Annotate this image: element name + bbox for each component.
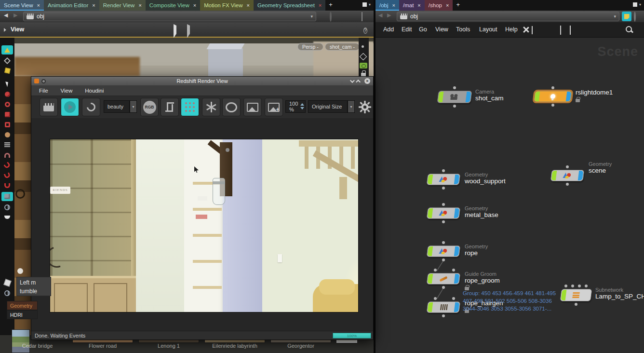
menu-add[interactable]: Add [383, 26, 394, 33]
node-output-dot[interactable] [551, 104, 554, 107]
snapshot-cube-icon[interactable] [341, 13, 349, 20]
display-flag[interactable] [551, 171, 557, 180]
shelf-box-icon[interactable] [612, 26, 620, 34]
image-note-icon[interactable] [604, 26, 612, 34]
render-flag[interactable] [578, 171, 583, 180]
add-snapshot-button[interactable]: + [265, 98, 283, 116]
menu-tools[interactable]: Tools [456, 26, 470, 33]
freeze-tessellation-button[interactable] [202, 98, 220, 116]
close-icon[interactable]: × [193, 2, 196, 8]
restart-render-button[interactable] [82, 98, 100, 116]
display-flag[interactable] [428, 302, 433, 312]
render-flag[interactable] [586, 290, 591, 300]
pose-tool-icon[interactable] [1, 120, 13, 129]
display-options-icon[interactable] [361, 54, 366, 59]
node-wood_support[interactable]: Geometry wood_support [427, 174, 523, 193]
back-button[interactable]: ◀ [4, 12, 8, 18]
display-flag[interactable] [428, 274, 433, 284]
node-input-dot[interactable] [564, 285, 567, 287]
tab-render-view[interactable]: Render View × [99, 0, 146, 11]
channel-display-button[interactable]: RGB [140, 98, 159, 116]
bucket-render-button[interactable] [181, 98, 199, 116]
sticky-note-icon[interactable] [595, 26, 603, 34]
window-title-bar[interactable]: Redshift Render View [31, 77, 373, 85]
node-name[interactable]: rope_groom [465, 277, 500, 284]
persp-camera-pill[interactable]: Persp - [297, 43, 323, 51]
node-output-dot[interactable] [575, 303, 577, 306]
tab-composite-view[interactable]: Composite View × [146, 0, 200, 11]
close-icon[interactable]: × [392, 2, 395, 8]
tab-mat[interactable]: /mat × [399, 0, 425, 11]
box-tool-icon[interactable] [1, 66, 13, 75]
window-close-button[interactable]: × [364, 78, 370, 84]
model-tool-icon[interactable] [1, 45, 13, 54]
size-select[interactable]: Original Size [308, 100, 348, 113]
window-shade-button[interactable] [350, 78, 355, 83]
node-output-dot[interactable] [442, 220, 445, 223]
render-flag[interactable] [566, 92, 571, 101]
handles-icon[interactable] [200, 26, 208, 34]
translate-tool-icon[interactable] [1, 90, 13, 99]
new-tab-button[interactable]: + [453, 0, 463, 11]
node-output-dot[interactable] [442, 258, 445, 261]
snap-edge-icon[interactable] [1, 171, 13, 180]
color-swatch-icon[interactable] [362, 13, 369, 20]
snapshot-cube2-icon[interactable] [351, 13, 359, 20]
pane-menu-button[interactable]: ▾ [633, 2, 641, 7]
tab-shop[interactable]: /shop × [425, 0, 453, 11]
node-lamp-subnetwork[interactable]: Subnetwork Lamp_to_SP_CH [561, 289, 644, 308]
node-name[interactable]: Lamp_to_SP_CH [595, 293, 644, 300]
node-input-dot[interactable] [551, 86, 554, 89]
snap-grid-icon[interactable] [1, 150, 13, 160]
node-scene[interactable]: Geometry scene [551, 170, 644, 189]
spinner-arrows-icon[interactable] [300, 103, 304, 109]
paint-tool-icon[interactable] [1, 130, 13, 139]
select-mode-icon[interactable] [174, 26, 182, 34]
palette-tab-hdri[interactable]: HDRI [7, 310, 38, 319]
tab-scene-view[interactable]: Scene View × [0, 0, 44, 11]
aov-select[interactable]: beauty [104, 100, 130, 113]
shot-cam-pill[interactable]: shot_cam - [325, 43, 360, 51]
node-name[interactable]: scene [589, 167, 612, 174]
rotate-tool-icon[interactable] [1, 100, 13, 109]
layout-options-icon[interactable] [353, 26, 362, 34]
tab-geometry-spreadsheet[interactable]: Geometry Spreadsheet × [254, 0, 325, 11]
path-field[interactable]: obj ▾ [23, 12, 316, 21]
display-flag[interactable] [428, 175, 433, 184]
render-settings-button[interactable] [356, 98, 374, 116]
crop-region-button[interactable] [161, 98, 179, 116]
close-icon[interactable]: × [92, 2, 95, 8]
back-button[interactable]: ◀ [378, 12, 382, 18]
menu-view[interactable]: View [61, 88, 73, 94]
sculpt-tool-icon[interactable] [1, 56, 13, 65]
node-input-dot3[interactable] [578, 285, 581, 287]
viewport-cube-icon[interactable] [1, 192, 13, 201]
render-flag[interactable] [454, 274, 459, 284]
node-name[interactable]: metal_base [465, 211, 498, 218]
pane-menu-button[interactable]: ▾ [362, 2, 371, 7]
dot-icon[interactable] [362, 45, 364, 48]
node-input-dot2[interactable] [571, 285, 574, 287]
search-icon[interactable] [626, 26, 634, 34]
node-output-dot[interactable] [442, 286, 445, 289]
layers-tool-icon[interactable] [1, 140, 13, 149]
close-icon[interactable]: × [417, 2, 420, 8]
node-name[interactable]: rope [465, 249, 488, 257]
forward-button[interactable]: ▶ [13, 12, 17, 18]
node-input-dot[interactable] [566, 165, 569, 168]
gallery-thumb-cedar-bridge[interactable] [12, 329, 30, 353]
display-flag[interactable] [428, 246, 433, 256]
display-flag[interactable] [535, 92, 540, 101]
node-name[interactable]: shot_cam [475, 95, 504, 102]
close-icon[interactable]: × [37, 2, 40, 8]
render-image-area[interactable]: RIENDS [31, 118, 373, 331]
pane-collapse-icon[interactable] [4, 28, 6, 32]
node-input-dot[interactable] [434, 297, 437, 300]
snap-magnet-icon[interactable] [1, 181, 13, 190]
node-output-dot[interactable] [453, 105, 456, 108]
menu-file[interactable]: File [39, 88, 48, 94]
close-icon[interactable]: × [446, 2, 449, 8]
display-flag[interactable] [428, 208, 433, 218]
world-axis-icon[interactable] [1, 203, 13, 212]
node-input-dot[interactable] [442, 241, 445, 244]
